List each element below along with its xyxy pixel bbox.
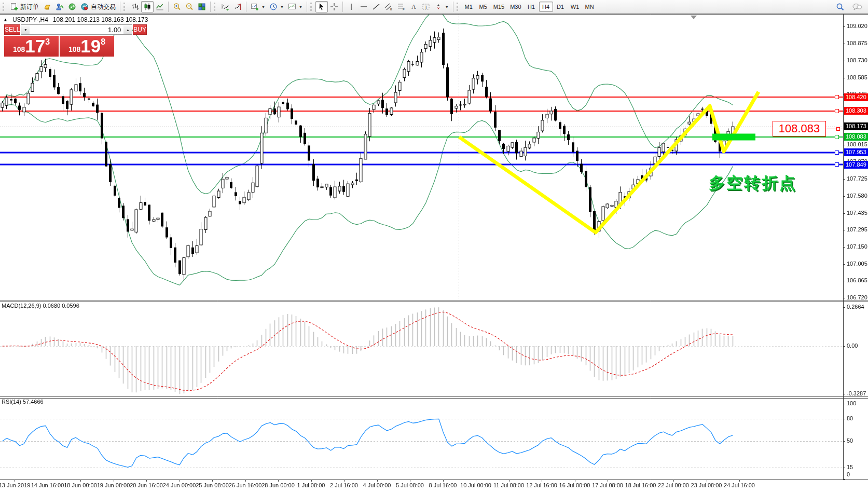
toolbar-separator	[120, 2, 120, 12]
zoom-out-icon	[185, 3, 194, 11]
toolbar-separator	[307, 2, 307, 12]
zoom-in-icon	[173, 3, 181, 11]
dropdown-caret-icon: ▼	[299, 5, 302, 9]
collapse-arrow-icon[interactable]: ▲	[3, 17, 8, 22]
toolbar-grip[interactable]	[457, 3, 460, 11]
trendline-button[interactable]	[370, 1, 382, 12]
crosshair-icon	[330, 3, 338, 11]
current-price-label: 108.173	[844, 122, 868, 130]
sell-button[interactable]: SELL	[4, 24, 20, 35]
toolbar-grip[interactable]	[123, 3, 127, 11]
indicators-button[interactable]: ▼	[286, 1, 305, 12]
toolbar-grip[interactable]	[310, 3, 313, 11]
new-order-label: 新订单	[20, 3, 39, 11]
annotation-text[interactable]: 多空转折点	[709, 172, 797, 194]
market-watch-button[interactable]	[53, 1, 66, 12]
timeframe-button-m30[interactable]: M30	[507, 2, 523, 12]
symbol-period-label: USDJPY-,H4	[12, 16, 48, 23]
timeframe-button-h1[interactable]: H1	[525, 2, 539, 12]
timeframe-group: M1M5M15M30H1H4D1W1MN	[462, 2, 597, 12]
price-callout[interactable]: 108.083	[773, 121, 826, 136]
timeframe-button-m1[interactable]: M1	[462, 2, 476, 12]
toolbar-grip[interactable]	[214, 3, 217, 11]
new-chart-button[interactable]: ▼	[249, 1, 267, 12]
price-tick: 106.720	[847, 294, 867, 300]
level-price-label: 108.303	[844, 107, 868, 115]
bar-chart-button[interactable]	[129, 1, 141, 12]
macd-tick: 0.2664	[847, 304, 864, 310]
timeframe-button-mn[interactable]: MN	[583, 2, 597, 12]
fibonacci-icon: F	[397, 3, 405, 11]
candlestick-chart-button[interactable]	[141, 1, 154, 12]
svg-text:E: E	[390, 8, 392, 11]
dropdown-caret-icon: ▼	[261, 5, 265, 9]
buy-price-main: 19	[80, 37, 101, 56]
price-tick: 107.580	[847, 193, 867, 199]
buy-price-sup: 8	[101, 37, 105, 47]
arrows-button[interactable]: ▼	[432, 1, 451, 12]
horizontal-line-button[interactable]	[357, 1, 370, 12]
price-tick: 108.585	[847, 74, 867, 80]
auto-trading-icon	[80, 3, 89, 11]
chart-shift-button[interactable]	[231, 1, 244, 12]
volume-input[interactable]	[30, 25, 123, 34]
toolbar-separator	[168, 2, 169, 12]
price-tick: 107.005	[847, 261, 867, 267]
signals-button[interactable]	[66, 1, 78, 12]
vertical-line-icon	[347, 3, 355, 11]
new-order-icon	[10, 3, 18, 11]
timeframe-button-m15[interactable]: M15	[491, 2, 507, 12]
time-axis-label: 24 Jul 16:00	[717, 482, 762, 488]
cursor-icon	[318, 3, 326, 11]
new-order-button[interactable]: 新订单	[8, 1, 41, 12]
price-tick: 109.020	[847, 23, 867, 29]
person-chart-icon	[56, 3, 64, 11]
toolbar-separator	[246, 2, 246, 12]
rsi-label: RSI(14) 57.4666	[2, 399, 44, 405]
sell-price-main: 17	[25, 37, 45, 56]
fibonacci-button[interactable]: F	[395, 1, 407, 12]
svg-text:T: T	[424, 5, 428, 10]
timeframe-button-h4[interactable]: H4	[539, 2, 553, 12]
zoom-in-button[interactable]	[171, 1, 183, 12]
volume-decrease-button[interactable]: ▼	[21, 25, 30, 34]
tile-windows-button[interactable]	[196, 1, 208, 12]
chart-canvas[interactable]	[0, 0, 868, 493]
search-button[interactable]	[834, 1, 847, 12]
buy-price[interactable]: 108 19 8	[60, 36, 114, 57]
equidistant-channel-button[interactable]: E	[382, 1, 395, 12]
zoom-out-button[interactable]	[183, 1, 196, 12]
rsi-tick: 100	[847, 400, 856, 406]
text-label-button[interactable]: T	[420, 1, 432, 12]
price-tick: 107.150	[847, 243, 867, 250]
horizontal-line-icon	[360, 3, 368, 11]
timeframe-button-d1[interactable]: D1	[554, 2, 568, 12]
dropdown-caret-icon: ▼	[280, 5, 284, 9]
clock-icon	[269, 3, 278, 11]
price-tick: 107.295	[847, 226, 867, 232]
text-button[interactable]: A	[407, 1, 420, 12]
trendline-icon	[372, 3, 380, 11]
cursor-button[interactable]	[315, 1, 328, 12]
crosshair-button[interactable]	[328, 1, 340, 12]
period-clock-button[interactable]: ▼	[267, 1, 286, 12]
toolbar-grip[interactable]	[3, 3, 6, 11]
buy-button[interactable]: BUY	[133, 24, 147, 35]
timeframe-button-w1[interactable]: W1	[568, 2, 582, 12]
auto-trading-button[interactable]: 自动交易	[78, 1, 118, 12]
metaeditor-button[interactable]	[41, 1, 53, 12]
indicators-icon	[288, 3, 296, 11]
timeframe-button-m5[interactable]: M5	[476, 2, 490, 12]
volume-increase-button[interactable]: ▲	[123, 25, 132, 34]
sell-price-big: 108	[13, 45, 25, 53]
ohlc-values: 108.201 108.213 108.163 108.173	[53, 16, 148, 23]
channel-icon: E	[384, 3, 393, 11]
auto-scroll-button[interactable]	[219, 1, 231, 12]
sell-price[interactable]: 108 17 3	[4, 36, 59, 57]
vertical-line-button[interactable]	[345, 1, 357, 12]
chat-button[interactable]	[850, 1, 864, 12]
one-click-trading-panel: SELL ▼ ▲ BUY 108 17 3 108 19 8	[4, 24, 114, 57]
price-tick: 107.725	[847, 175, 867, 182]
line-chart-button[interactable]	[154, 1, 166, 12]
rsi-tick: 15	[847, 464, 853, 470]
